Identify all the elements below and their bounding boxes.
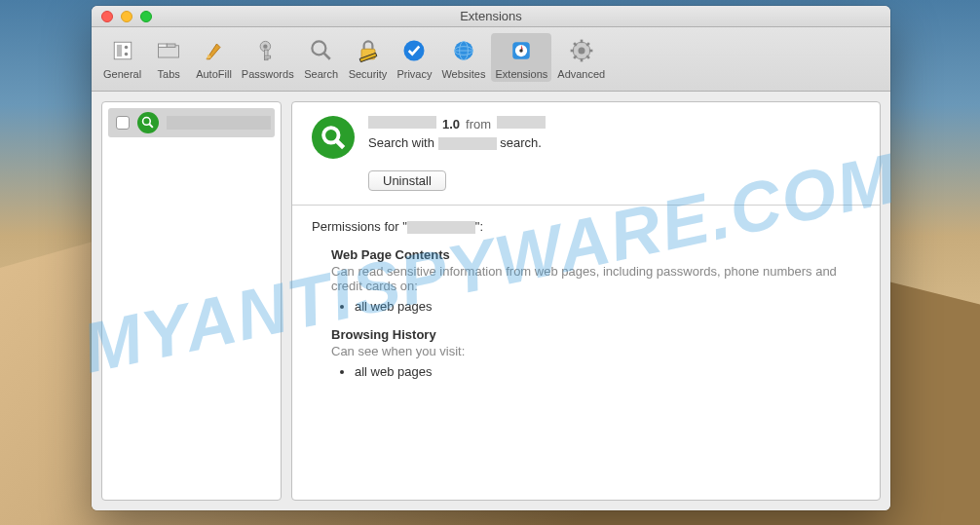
permission-list-item: all web pages — [355, 364, 860, 379]
toolbar-general[interactable]: General — [99, 33, 145, 82]
security-icon — [353, 35, 384, 66]
svg-line-33 — [586, 43, 589, 46]
toolbar-extensions[interactable]: Extensions — [491, 33, 551, 82]
toolbar-passwords[interactable]: Passwords — [238, 33, 298, 82]
extensions-icon — [506, 35, 537, 66]
svg-line-37 — [336, 140, 343, 147]
extension-detail: 1.0 from Search with search. Uninstall — [291, 101, 881, 501]
search-icon — [306, 35, 337, 66]
svg-rect-6 — [167, 44, 175, 48]
toolbar-label: Extensions — [495, 68, 547, 80]
svg-point-23 — [520, 49, 524, 53]
content-area: 1.0 from Search with search. Uninstall — [92, 92, 890, 510]
extension-title-row: 1.0 from — [368, 116, 860, 131]
permission-heading: Web Page Contents — [331, 247, 860, 262]
toolbar-security[interactable]: Security — [345, 33, 392, 82]
permission-description: Can read sensitive information from web … — [331, 264, 860, 293]
toolbar-search[interactable]: Search — [300, 33, 343, 82]
svg-line-32 — [574, 56, 577, 58]
close-icon[interactable] — [101, 11, 113, 22]
extension-description: Search with search. — [368, 135, 860, 150]
permission-list: all web pages — [355, 299, 860, 314]
svg-point-8 — [263, 44, 267, 48]
toolbar-label: Passwords — [242, 68, 294, 80]
extension-detail-icon — [312, 116, 355, 159]
extension-desc-redacted — [438, 137, 497, 150]
permission-group: Browsing History Can see when you visit:… — [331, 327, 860, 379]
minimize-icon[interactable] — [121, 11, 132, 22]
passwords-icon — [252, 35, 283, 66]
svg-line-30 — [574, 43, 577, 46]
svg-point-3 — [124, 53, 128, 56]
window-title: Extensions — [92, 9, 890, 23]
toolbar-label: Search — [304, 68, 338, 80]
preferences-window: Extensions General Tabs AutoFill Passwor… — [92, 6, 890, 510]
toolbar-autofill[interactable]: AutoFill — [192, 33, 236, 82]
svg-rect-1 — [116, 45, 121, 56]
extensions-sidebar — [101, 101, 282, 501]
extension-icon — [137, 112, 159, 133]
extension-enable-checkbox[interactable] — [116, 116, 130, 130]
permission-heading: Browsing History — [331, 327, 860, 342]
autofill-icon — [198, 35, 229, 66]
svg-line-31 — [586, 56, 589, 58]
toolbar-advanced[interactable]: Advanced — [553, 33, 609, 82]
extension-vendor-redacted — [497, 116, 546, 129]
toolbar: General Tabs AutoFill Passwords Search — [92, 27, 890, 92]
zoom-icon[interactable] — [140, 11, 152, 22]
svg-point-36 — [323, 128, 338, 142]
permissions-name-redacted — [407, 221, 475, 234]
extension-name-redacted — [368, 116, 436, 129]
tabs-icon — [153, 35, 184, 66]
toolbar-tabs[interactable]: Tabs — [147, 33, 190, 82]
toolbar-label: Websites — [441, 68, 485, 80]
toolbar-label: Security — [349, 68, 388, 80]
privacy-icon — [398, 35, 430, 66]
toolbar-label: Privacy — [396, 68, 432, 80]
window-controls — [92, 11, 152, 22]
svg-line-35 — [150, 125, 154, 129]
svg-point-11 — [312, 41, 325, 55]
svg-point-2 — [124, 46, 128, 50]
svg-point-34 — [143, 118, 151, 126]
from-label: from — [466, 117, 491, 131]
general-icon — [107, 35, 138, 66]
toolbar-label: AutoFill — [196, 68, 232, 80]
svg-point-25 — [578, 48, 584, 55]
permission-group: Web Page Contents Can read sensitive inf… — [331, 247, 860, 314]
svg-line-12 — [323, 54, 329, 59]
toolbar-privacy[interactable]: Privacy — [393, 33, 435, 82]
titlebar[interactable]: Extensions — [92, 6, 890, 27]
extension-version: 1.0 — [442, 117, 460, 131]
toolbar-label: Tabs — [158, 68, 180, 80]
permission-description: Can see when you visit: — [331, 344, 860, 358]
uninstall-button[interactable]: Uninstall — [368, 170, 446, 191]
permission-list: all web pages — [355, 364, 860, 379]
svg-rect-10 — [264, 56, 270, 58]
permissions-section: Permissions for "": Web Page Contents Ca… — [292, 206, 880, 393]
toolbar-websites[interactable]: Websites — [437, 33, 489, 82]
permission-list-item: all web pages — [355, 299, 860, 314]
toolbar-label: Advanced — [557, 68, 605, 80]
extension-name-redacted — [167, 116, 271, 130]
permissions-title: Permissions for "": — [312, 219, 860, 234]
svg-rect-5 — [159, 44, 168, 48]
extension-list-item[interactable] — [108, 108, 275, 137]
websites-icon — [448, 35, 479, 66]
toolbar-label: General — [103, 68, 141, 80]
advanced-icon — [566, 35, 597, 66]
